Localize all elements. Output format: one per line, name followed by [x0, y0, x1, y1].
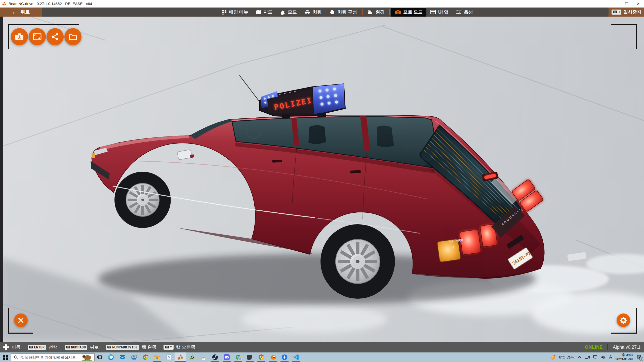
grid-star-icon [221, 10, 227, 15]
discord-icon [224, 354, 230, 360]
taskbar-app-chrome-2[interactable] [256, 352, 267, 362]
photo-settings-button[interactable] [617, 313, 630, 327]
windows-logo-icon [3, 355, 8, 360]
weather-icon [550, 354, 556, 360]
menu-item-main-menu[interactable]: 메인 메뉴 [218, 8, 252, 17]
menu-item-photo-mode[interactable]: 포토 모드 [391, 8, 426, 17]
search-input[interactable] [20, 355, 94, 360]
hint-tab-right: * 탭 오른쪽 [164, 344, 195, 350]
minimize-button[interactable]: – [609, 0, 621, 7]
taskbar-app-character-map[interactable]: A [163, 352, 175, 362]
taskbar-app-triangle[interactable] [186, 352, 198, 362]
camera-icon [15, 33, 24, 40]
engine-icon [329, 10, 335, 15]
chrome-app-icon [235, 354, 242, 360]
taskbar-app-lightning[interactable] [279, 352, 290, 362]
taskbar-app-file-explorer[interactable] [151, 352, 163, 362]
menu-item-vehicle[interactable]: 차량 [301, 8, 326, 17]
menu-item-options[interactable]: 옵션 [452, 8, 477, 17]
close-button[interactable]: ✕ [632, 0, 644, 7]
edge-icon [108, 354, 114, 360]
taskbar-app-chrome[interactable] [140, 352, 151, 362]
mail-icon [119, 355, 126, 360]
hint-back: NUMPAD0 뒤로 [65, 344, 99, 350]
taskbar-app-steam[interactable] [209, 352, 221, 362]
task-view-icon [97, 355, 102, 360]
keyboard-icon [613, 11, 617, 13]
trim-badge: SE [450, 246, 455, 250]
lightning-app-icon [281, 354, 288, 360]
front-marker [92, 153, 95, 158]
taskbar-app-vscode[interactable] [290, 352, 302, 362]
ime-indicator[interactable]: A [609, 355, 612, 360]
share-button[interactable] [47, 28, 64, 45]
tray-expand-chevron-icon[interactable] [577, 356, 581, 358]
taskbar-app-blender[interactable] [267, 352, 279, 362]
share-icon [51, 33, 59, 40]
taskbar-search[interactable] [11, 353, 95, 361]
exit-photo-mode-button[interactable] [14, 313, 28, 327]
menu-divider [389, 9, 390, 15]
beamng-icon [177, 354, 184, 360]
menu-item-map[interactable]: 지도 [252, 8, 276, 17]
menu-item-mods[interactable]: 모드 [276, 8, 301, 17]
scene-render: BRUCKELL V6 3500 SE 26191-PI [0, 17, 644, 342]
meet-now-icon[interactable] [585, 355, 590, 359]
taskbar-clock[interactable]: 오후 3:48 2023-01-09 [615, 353, 633, 361]
notification-center-button[interactable]: 1 [636, 354, 641, 360]
taskbar-app-mail[interactable] [117, 352, 128, 362]
keycap-numpad0: NUMPAD0 [65, 345, 87, 350]
open-folder-button[interactable] [64, 28, 82, 45]
menu-item-ui-apps[interactable]: UI 앱 [426, 8, 452, 17]
task-view-button[interactable] [95, 352, 105, 362]
taskbar-app-sticky-note[interactable] [244, 352, 256, 362]
keyboard-icon [29, 346, 33, 348]
notepad-icon [201, 354, 206, 360]
vscode-icon [293, 354, 299, 360]
windows-taskbar: A [0, 352, 644, 362]
close-icon [18, 317, 24, 323]
pause-button[interactable]: J 일시중지 [609, 8, 644, 17]
game-menubar: ← 뒤로 메인 메뉴 지도 모드 [0, 8, 644, 17]
gear-icon [620, 317, 627, 324]
frame-resolution-button[interactable] [29, 28, 46, 45]
exhaust-trim [567, 252, 587, 261]
taskbar-app-beamng[interactable] [175, 352, 186, 362]
clock-date: 2023-01-09 [615, 357, 633, 361]
start-button[interactable] [0, 352, 11, 362]
window-titlebar: BeamNG.drive - 0.27.1.0.14652 - RELEASE … [0, 0, 644, 8]
frame-icon [33, 33, 42, 40]
taskbar-app-notepad[interactable] [198, 352, 209, 362]
take-screenshot-button[interactable] [11, 28, 28, 45]
triangle-app-icon [189, 354, 195, 360]
pause-label: 일시중지 [623, 9, 641, 15]
back-button[interactable]: ← 뒤로 [0, 8, 42, 17]
clock-time: 오후 3:48 [618, 353, 633, 357]
taskbar-app-edge[interactable] [105, 352, 117, 362]
menu-item-environment[interactable]: 환경 [364, 8, 388, 17]
version-label: Alpha v0.27.1 [613, 345, 640, 350]
weather-status[interactable]: 6°C 맑음 [559, 355, 574, 360]
controls-hint-bar: 이동 ENTER 선택 NUMPAD0 뒤로 NUMPADDIVIDE 탭 왼쪽 [0, 342, 644, 352]
taskbar-app-chrome-app[interactable] [232, 352, 244, 362]
dpad-icon [3, 344, 9, 350]
back-arrow-icon: ← [12, 9, 17, 15]
hint-tab-left: NUMPADDIVIDE 탭 왼쪽 [106, 344, 156, 350]
puzzle-icon [280, 9, 286, 15]
game-viewport[interactable]: BRUCKELL V6 3500 SE 26191-PI [0, 17, 644, 342]
character-map-icon: A [166, 354, 171, 360]
menu-divider [362, 9, 363, 15]
restore-button[interactable]: ❐ [621, 0, 632, 7]
network-icon[interactable] [593, 355, 598, 359]
volume-icon[interactable] [601, 355, 606, 359]
taskbar-app-snipping-tool[interactable] [128, 352, 140, 362]
keycap-asterisk: * [164, 345, 173, 350]
steam-icon [212, 354, 218, 360]
beamng-app-icon [2, 2, 7, 6]
taskbar-app-discord[interactable] [221, 352, 232, 362]
left-edge-object [0, 17, 3, 342]
front-wheel [114, 172, 171, 228]
sticky-note-icon [247, 354, 253, 360]
menu-item-vehicle-config[interactable]: 차량 구성 [326, 8, 361, 17]
keyboard-icon [107, 346, 111, 348]
